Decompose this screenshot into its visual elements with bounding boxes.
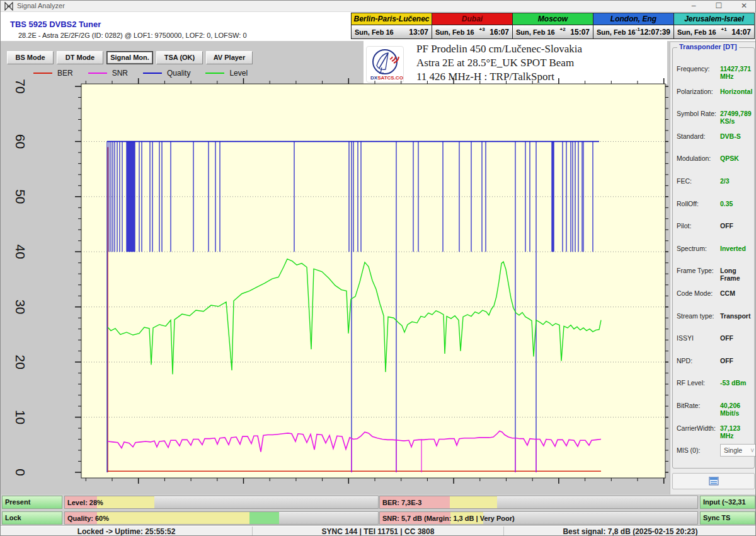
tab-dt-mode[interactable]: DT Mode (57, 51, 103, 64)
clock-city-label: Moscow (513, 13, 593, 25)
tab-signal-mon-[interactable]: Signal Mon. (106, 51, 153, 64)
y-axis-label: 10 (13, 410, 28, 424)
statusbar: Locked -> Uptime: 25:55:52SYNC 144 | TEI… (1, 526, 756, 536)
transponder-value: CCM (720, 289, 735, 297)
transponder-value: 27499,789 KS/s (720, 110, 752, 125)
clock-date: Sun, Feb 16 (355, 28, 394, 36)
tuner-title: TBS 5925 DVBS2 Tuner (10, 20, 101, 29)
clock-time: 13:07 (409, 28, 428, 37)
transponder-value: 0.35 (720, 200, 733, 207)
clock-city-label: Berlin-Paris-Lučenec (352, 13, 432, 25)
transponder-label: RF Level: (677, 379, 705, 387)
transponder-value: 40,206 Mbit/s (720, 402, 752, 417)
transponder-title: Transponder [DT] (677, 43, 739, 50)
tab-bs-mode[interactable]: BS Mode (7, 51, 54, 64)
y-axis-label: 70 (13, 79, 28, 93)
clock-cell: London, EngSun, Feb 16-112:07:39 (593, 13, 674, 38)
snr-bar-label: SNR: 5,7 dB (Margin: 1,3 dB | Very Poor) (382, 512, 515, 525)
statusbar-segment-0: Locked -> Uptime: 25:55:52 (1, 527, 253, 536)
signal-chart: 010203040506070 (1, 64, 668, 494)
transponder-value: Long Frame (720, 267, 752, 282)
ber-bar-label: BER: 7,3E-3 (382, 496, 421, 509)
transponder-value: OFF (720, 222, 733, 230)
transponder-row: Pilot:OFF (677, 222, 752, 231)
transponder-label: Frequency: (677, 65, 710, 73)
transponder-label: Polarization: (677, 88, 713, 95)
clock-utc-offset: +1 (716, 26, 732, 32)
transponder-value: -53 dBm (720, 379, 746, 387)
minimize-button[interactable]: – (681, 1, 706, 12)
clock-datetime: Sun, Feb 16+316:07 (432, 25, 512, 38)
clock-date: Sun, Feb 16 (597, 28, 636, 36)
level-bar: Level: 28% (64, 496, 379, 509)
mis-dropdown[interactable]: Single ˅ (720, 444, 756, 457)
clock-datetime: Sun, Feb 16+114:07 (674, 25, 754, 38)
transponder-row: ISSYIOFF (677, 334, 752, 343)
chevron-down-icon: ˅ (750, 445, 754, 457)
transponder-label: Code Mode: (677, 289, 713, 297)
clock-cell: Berlin-Paris-LučenecSun, Feb 1613:07 (352, 13, 432, 38)
sync-ts-indicator: Sync TS (700, 511, 755, 525)
save-icon (709, 477, 719, 486)
window-title: Signal Analyzer (17, 2, 65, 9)
transponder-row: RollOff:0.35 (677, 200, 752, 209)
transponder-label: Spectrum: (677, 245, 707, 252)
transponder-label: CarrierWidth: (677, 424, 716, 432)
transponder-row: Code Mode:CCM (677, 289, 752, 298)
clock-city-label: Dubai (432, 13, 512, 25)
clock-time: 12:07:39 (640, 28, 670, 37)
clock-datetime: Sun, Feb 16-112:07:39 (593, 25, 673, 38)
statusbar-segment-1: SYNC 144 | TEI 11751 | CC 3808 (253, 527, 504, 536)
snr-bar: SNR: 5,7 dB (Margin: 1,3 dB | Very Poor) (379, 511, 698, 525)
transponder-row: Polarization:Horizontal (677, 88, 752, 96)
y-axis-label: 50 (13, 189, 28, 204)
level-bar-label: Level: 28% (67, 496, 103, 509)
transponder-value: 2/3 (720, 177, 730, 185)
transponder-label: Modulation: (677, 154, 711, 162)
transponder-value: DVB-S (720, 132, 741, 140)
clock-date: Sun, Feb 16 (516, 28, 555, 36)
mis-row: MIS (0): Single ˅ (677, 446, 752, 455)
clock-time: 15:07 (570, 28, 590, 37)
transponder-row: RF Level:-53 dBm (677, 379, 752, 388)
save-button[interactable] (672, 473, 755, 489)
transponder-row: Stream type:Transport (677, 312, 752, 321)
clock-cell: Jerusalem-IsraelSun, Feb 16+114:07 (674, 13, 754, 38)
quality-bar-label: Quality: 60% (67, 512, 109, 525)
transponder-value: OFF (720, 357, 733, 364)
bar-fill-segment (97, 512, 250, 524)
status-bars-area: PresentLockInput (~32,31 Mbps)Sync TSLev… (1, 494, 756, 526)
statusbar-segment-2: Best signal: 7,8 dB (2025-02-15 20:23) (504, 527, 756, 536)
clock-time: 14:07 (731, 28, 751, 37)
present-indicator: Present (2, 496, 62, 509)
clock-utc-offset: -1 (636, 26, 640, 32)
y-axis-label: 40 (13, 245, 28, 259)
close-button[interactable]: ✕ (731, 1, 756, 12)
transponder-row: Spectrum:Inverted (677, 245, 752, 253)
transponder-value: QPSK (720, 154, 739, 162)
app-icon (4, 2, 13, 11)
bar-fill-segment (249, 512, 279, 524)
transponder-value: OFF (720, 334, 733, 342)
transponder-row: Frame Type:Long Frame (677, 267, 752, 276)
mode-toolbar: BS ModeDT ModeSignal Mon.TSA (OK)AV Play… (7, 51, 253, 64)
clock-utc-offset: +3 (474, 26, 490, 32)
ber-bar: BER: 7,3E-3 (379, 496, 698, 509)
input-rate-indicator: Input (~32,31 Mbps) (700, 496, 755, 509)
transponder-label: BitRate: (677, 402, 700, 409)
tab-tsa-ok-[interactable]: TSA (OK) (156, 51, 203, 64)
bar-fill-segment (97, 496, 154, 508)
transponder-panel: Transponder [DT] Frequency:11427,371 MHz… (670, 42, 756, 494)
clock-time: 16:07 (490, 28, 509, 37)
transponder-value: 11427,371 MHz (720, 65, 752, 80)
transponder-row: NPD:OFF (677, 357, 752, 366)
transponder-value: Transport (720, 312, 750, 320)
tab-av-player[interactable]: AV Player (206, 51, 253, 64)
transponder-value: Inverted (720, 245, 746, 252)
maximize-button[interactable]: ☐ (706, 1, 731, 12)
transponder-label: NPD: (677, 357, 692, 364)
y-axis-label: 20 (13, 354, 28, 369)
clock-cell: DubaiSun, Feb 16+316:07 (432, 13, 513, 38)
transponder-value: 37,123 MHz (720, 424, 752, 440)
transponder-row: Standard:DVB-S (677, 132, 752, 141)
